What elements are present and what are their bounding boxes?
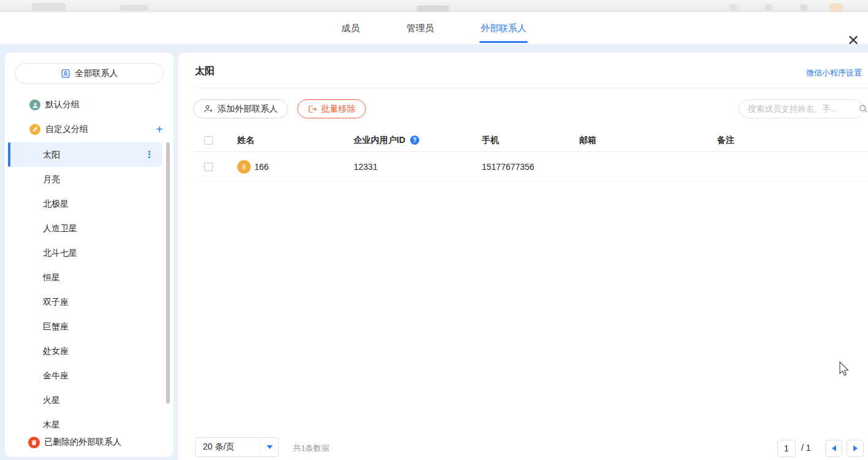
column-header-userid: 企业内用户ID ?	[340, 135, 468, 146]
group-item-label: 火星	[43, 395, 60, 405]
remove-export-icon	[308, 105, 317, 113]
search-input[interactable]	[739, 104, 859, 113]
table-header-row: 姓名 企业内用户ID ? 手机 邮箱 备注	[195, 129, 868, 152]
group-item-label: 双子座	[43, 297, 69, 307]
tab-members[interactable]: 成员	[341, 12, 360, 44]
tab-external-contacts-label: 外部联系人	[481, 23, 527, 33]
batch-remove-label: 批量移除	[321, 104, 356, 115]
cell-userid: 12331	[340, 162, 468, 172]
group-item-beidouqixing[interactable]: 北斗七星	[5, 240, 173, 265]
chevron-down-icon	[260, 438, 278, 456]
contact-name: 166	[254, 162, 268, 172]
group-item-yueliang[interactable]: 月亮	[5, 167, 173, 191]
group-item-beijixing[interactable]: 北极星	[5, 191, 173, 216]
total-count-text: 共1条数据	[293, 443, 329, 454]
group-item-label: 北斗七星	[43, 248, 77, 258]
group-item-label: 北极星	[43, 199, 69, 209]
contacts-table: 姓名 企业内用户ID ? 手机 邮箱 备注 6 166 12331 151776…	[195, 129, 868, 182]
dimmed-background-artifact	[32, 3, 66, 11]
group-item-label: 金牛座	[43, 370, 69, 380]
column-header-name: 姓名	[223, 135, 340, 146]
dimmed-background-artifact	[729, 4, 737, 11]
row-checkbox[interactable]	[204, 163, 213, 171]
search-box	[739, 99, 864, 118]
group-item-label: 恒星	[43, 272, 60, 282]
all-contacts-button[interactable]: 全部联系人	[15, 63, 164, 84]
deleted-contacts-label: 已删除的外部联系人	[44, 437, 121, 448]
column-header-phone: 手机	[468, 135, 565, 146]
group-item-chunvzuo[interactable]: 处女座	[5, 339, 173, 363]
sidebar-item-custom-group[interactable]: 自定义分组 +	[5, 119, 173, 140]
pencil-icon	[29, 124, 40, 135]
current-page-box[interactable]: 1	[777, 440, 796, 457]
arrow-right-icon	[853, 445, 858, 451]
group-item-label: 太阳	[43, 150, 60, 159]
cell-name: 6 166	[223, 160, 340, 174]
group-item-taiyang[interactable]: 太阳 ⋮	[8, 142, 162, 167]
cell-phone: 15177677356	[468, 162, 565, 172]
tab-admins[interactable]: 管理员	[406, 12, 434, 44]
more-options-icon[interactable]: ⋮	[145, 142, 154, 167]
search-icon[interactable]	[859, 104, 868, 113]
select-all-checkbox[interactable]	[204, 136, 213, 145]
dimmed-background-artifact	[417, 6, 449, 12]
sidebar-item-deleted-contacts[interactable]: 已删除的外部联系人	[5, 432, 173, 453]
next-page-button[interactable]	[847, 440, 864, 457]
group-item-renzaoweixing[interactable]: 人造卫星	[5, 216, 173, 240]
add-external-contact-button[interactable]: 添加外部联系人	[193, 99, 288, 118]
group-item-label: 月亮	[43, 174, 60, 184]
contact-book-icon	[61, 69, 70, 79]
avatar: 6	[237, 160, 251, 174]
group-item-label: 处女座	[43, 346, 69, 356]
dimmed-background-strip	[0, 0, 868, 12]
dialog-header: 成员 管理员 外部联系人 ✕	[0, 12, 868, 44]
total-pages-text: / 1	[801, 443, 811, 453]
trash-icon	[28, 437, 40, 448]
sidebar-scrollbar[interactable]	[166, 142, 170, 404]
wechat-miniprogram-settings-link[interactable]: 微信小程序设置	[806, 67, 862, 79]
previous-page-button[interactable]	[825, 440, 842, 457]
default-group-label: 默认分组	[45, 99, 80, 110]
tab-admins-label: 管理员	[406, 23, 434, 33]
dimmed-background-artifact	[829, 3, 843, 12]
help-icon[interactable]: ?	[410, 136, 419, 145]
tab-members-label: 成员	[341, 23, 360, 33]
person-add-icon	[204, 104, 213, 113]
active-tab-underline	[479, 41, 528, 43]
group-list: 太阳 ⋮ 月亮 北极星 人造卫星 北斗七星 恒星 双子座 巨蟹座 处女座 金牛座…	[5, 142, 173, 437]
sidebar: 全部联系人 默认分组 自定义分组 + 太阳 ⋮ 月亮 北极星 人造卫星 北斗七星…	[5, 53, 173, 457]
main-panel: 太阳 微信小程序设置 添加外部联系人 批量移除	[178, 53, 868, 460]
page-size-select[interactable]: 20 条/页	[195, 437, 279, 457]
group-item-label: 人造卫星	[43, 223, 77, 233]
page-title: 太阳	[195, 65, 215, 78]
add-group-icon[interactable]: +	[156, 124, 163, 135]
dimmed-background-artifact	[765, 4, 772, 11]
batch-remove-button[interactable]: 批量移除	[297, 99, 366, 118]
group-item-huoxing[interactable]: 火星	[5, 388, 173, 412]
table-row[interactable]: 6 166 12331 15177677356	[195, 152, 868, 182]
group-item-hengxing[interactable]: 恒星	[5, 265, 173, 289]
page-size-value: 20 条/页	[196, 442, 260, 453]
group-item-jinniuzuo[interactable]: 金牛座	[5, 363, 173, 388]
tab-external-contacts[interactable]: 外部联系人	[481, 12, 527, 44]
tab-bar: 成员 管理员 外部联系人	[341, 12, 527, 44]
column-header-email: 邮箱	[565, 135, 703, 146]
close-icon[interactable]: ✕	[842, 29, 864, 52]
group-item-label: 木星	[43, 420, 60, 429]
group-item-shuangzizuo[interactable]: 双子座	[5, 289, 173, 314]
column-header-remark: 备注	[703, 135, 868, 146]
sidebar-item-default-group[interactable]: 默认分组	[5, 94, 173, 115]
group-item-juxiezuo[interactable]: 巨蟹座	[5, 314, 173, 339]
custom-group-label: 自定义分组	[45, 124, 88, 135]
dimmed-background-artifact	[800, 4, 807, 11]
group-item-label: 巨蟹座	[43, 321, 69, 331]
all-contacts-label: 全部联系人	[75, 68, 118, 79]
dimmed-background-artifact	[120, 5, 148, 10]
arrow-left-icon	[832, 445, 836, 451]
add-external-contact-label: 添加外部联系人	[218, 104, 278, 115]
person-icon	[29, 99, 40, 110]
divider	[195, 88, 868, 88]
